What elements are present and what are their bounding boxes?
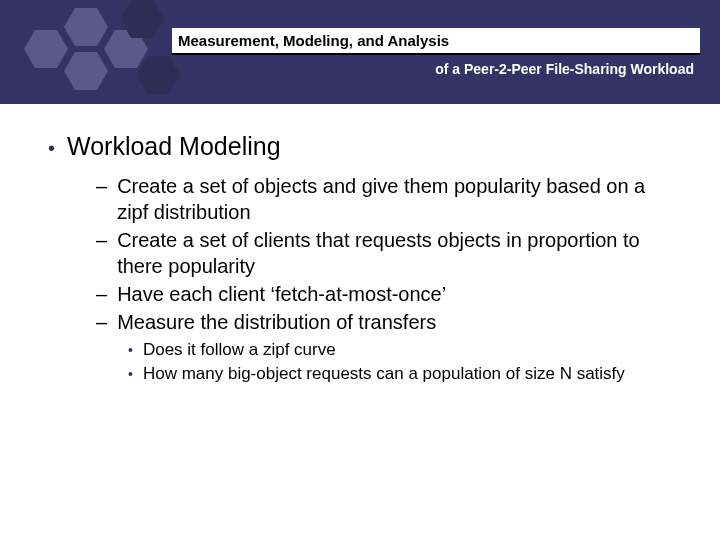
list-item: • Does it follow a zipf curve <box>128 339 680 361</box>
dash-icon: – <box>96 173 107 199</box>
main-bullet: • Workload Modeling <box>48 132 680 161</box>
hex-logo <box>18 6 178 106</box>
sub-list: – Create a set of objects and give them … <box>96 173 680 385</box>
list-item: • How many big-object requests can a pop… <box>128 363 680 385</box>
dash-icon: – <box>96 227 107 253</box>
list-item: – Measure the distribution of transfers <box>96 309 680 335</box>
title-bar: Measurement, Modeling, and Analysis <box>172 28 700 55</box>
subsub-list: • Does it follow a zipf curve • How many… <box>128 339 680 385</box>
slide-title: Measurement, Modeling, and Analysis <box>178 32 449 49</box>
slide-subtitle: of a Peer-2-Peer File-Sharing Workload <box>435 61 694 77</box>
subtitle-bar: of a Peer-2-Peer File-Sharing Workload <box>172 54 700 78</box>
bullet-icon: • <box>128 365 133 383</box>
main-heading: Workload Modeling <box>67 132 281 161</box>
dash-icon: – <box>96 309 107 335</box>
slide-header: Measurement, Modeling, and Analysis of a… <box>0 0 720 104</box>
list-item: – Create a set of clients that requests … <box>96 227 680 279</box>
bullet-icon: • <box>128 341 133 359</box>
dash-icon: – <box>96 281 107 307</box>
slide-body: • Workload Modeling – Create a set of ob… <box>0 104 720 385</box>
bullet-icon: • <box>48 138 55 158</box>
list-item: – Create a set of objects and give them … <box>96 173 680 225</box>
list-item: – Have each client ‘fetch-at-most-once’ <box>96 281 680 307</box>
